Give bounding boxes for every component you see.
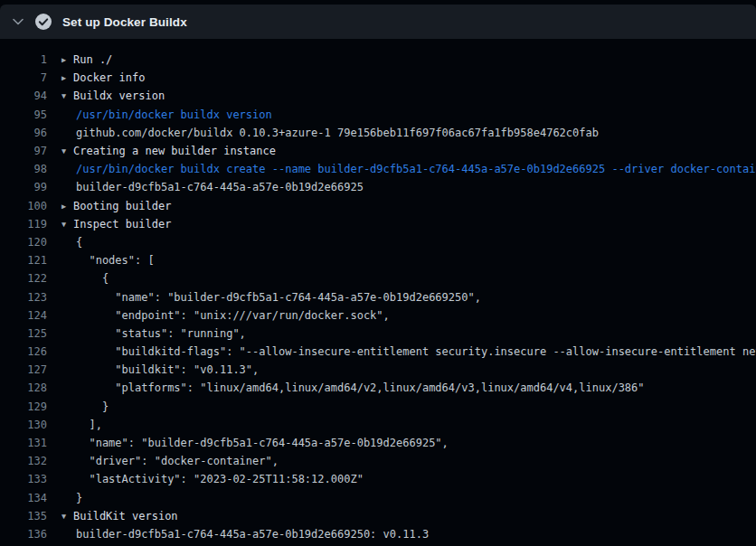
line-text: builder-d9cfb5a1-c764-445a-a57e-0b19d2e6… [76, 528, 429, 541]
line-text: "endpoint": "unix:///var/run/docker.sock… [76, 309, 390, 322]
log-line: 136 builder-d9cfb5a1-c764-445a-a57e-0b19… [0, 525, 756, 543]
check-circle-icon [34, 13, 52, 31]
line-text: { [76, 272, 109, 285]
log-line: 130 ], [0, 416, 756, 434]
line-text: "nodes": [ [76, 254, 155, 267]
line-text: "buildkitd-flags": "--allow-insecure-ent… [76, 345, 756, 358]
line-text: BuildKit version [73, 510, 178, 522]
group-expanded-arrow-icon: ▼ [61, 91, 73, 100]
line-number-link[interactable]: 122 [0, 272, 47, 285]
line-text: builder-d9cfb5a1-c764-445a-a57e-0b19d2e6… [76, 181, 364, 193]
line-text: /usr/bin/docker buildx create --name bui… [76, 163, 756, 175]
log-line[interactable]: 1 ▶Run ./ [0, 51, 756, 69]
line-number-link[interactable]: 7 [0, 71, 47, 84]
log-line: 134 } [0, 489, 756, 507]
log-line: 95 /usr/bin/docker buildx version [0, 106, 756, 124]
line-text: Creating a new builder instance [73, 145, 276, 157]
line-text: /usr/bin/docker buildx version [76, 108, 272, 121]
log-line: 122 { [0, 269, 756, 287]
log-line[interactable]: 100 ▶Booting builder [0, 197, 756, 215]
line-number-link[interactable]: 136 [0, 528, 47, 541]
line-number-link[interactable]: 134 [0, 492, 47, 504]
line-number-link[interactable]: 123 [0, 291, 47, 304]
line-number-link[interactable]: 99 [0, 181, 47, 193]
group-expanded-arrow-icon: ▼ [61, 220, 73, 229]
line-number-link[interactable]: 135 [0, 510, 47, 522]
line-text: "platforms": "linux/amd64,linux/amd64/v2… [76, 381, 645, 394]
group-expanded-arrow-icon: ▼ [61, 146, 73, 155]
line-number-link[interactable]: 119 [0, 218, 47, 231]
log-line: 128 "platforms": "linux/amd64,linux/amd6… [0, 379, 756, 397]
log-line[interactable]: 119 ▼Inspect builder [0, 215, 756, 233]
line-text: Docker info [73, 71, 145, 84]
log-line[interactable]: 97 ▼Creating a new builder instance [0, 142, 756, 160]
log-line: 98 /usr/bin/docker buildx create --name … [0, 160, 756, 178]
line-number-link[interactable]: 131 [0, 437, 47, 449]
log-line: 133 "lastActivity": "2023-02-25T11:58:12… [0, 470, 756, 488]
log-line: 120 { [0, 233, 756, 251]
log-line: 96 github.com/docker/buildx 0.10.3+azure… [0, 124, 756, 142]
log-line: 123 "name": "builder-d9cfb5a1-c764-445a-… [0, 287, 756, 306]
log-line: 124 "endpoint": "unix:///var/run/docker.… [0, 306, 756, 325]
line-text: github.com/docker/buildx 0.10.3+azure-1 … [76, 127, 599, 139]
log-line: 126 "buildkitd-flags": "--allow-insecure… [0, 343, 756, 361]
log-line: 132 "driver": "docker-container", [0, 452, 756, 470]
chevron-down-icon[interactable] [13, 17, 24, 26]
line-number-link[interactable]: 121 [0, 254, 47, 267]
log-line[interactable]: 94 ▼Buildx version [0, 87, 756, 105]
log-line: 129 } [0, 398, 756, 416]
line-text: Inspect builder [73, 218, 171, 231]
group-expanded-arrow-icon: ▼ [61, 512, 73, 521]
line-number-link[interactable]: 130 [0, 419, 47, 431]
line-number-link[interactable]: 96 [0, 127, 47, 139]
line-number-link[interactable]: 132 [0, 455, 47, 467]
line-number-link[interactable]: 128 [0, 381, 47, 394]
line-text: "driver": "docker-container", [76, 455, 279, 467]
line-text: { [76, 236, 82, 249]
line-text: "status": "running", [76, 327, 246, 340]
step-header[interactable]: Set up Docker Buildx [0, 5, 756, 39]
log-line: 131 "name": "builder-d9cfb5a1-c764-445a-… [0, 434, 756, 452]
step-title: Set up Docker Buildx [62, 15, 187, 29]
line-number-link[interactable]: 1 [0, 53, 47, 66]
line-number-link[interactable]: 95 [0, 108, 47, 121]
log-line[interactable]: 135 ▼BuildKit version [0, 507, 756, 525]
log-line: 121 "nodes": [ [0, 251, 756, 269]
log-line: 127 "buildkit": "v0.11.3", [0, 361, 756, 379]
line-text: "lastActivity": "2023-02-25T11:58:12.000… [76, 473, 364, 485]
line-text: } [76, 492, 82, 504]
log-line[interactable]: 7 ▶Docker info [0, 69, 756, 87]
line-text: } [76, 400, 109, 413]
line-text: Buildx version [73, 89, 165, 102]
line-number-link[interactable]: 98 [0, 163, 47, 175]
log-line: 99 builder-d9cfb5a1-c764-445a-a57e-0b19d… [0, 178, 756, 196]
line-number-link[interactable]: 126 [0, 345, 47, 358]
log-console: 1 ▶Run ./ 7 ▶Docker info 94 ▼Buildx vers… [0, 39, 756, 543]
line-text: ], [76, 419, 102, 431]
line-number-link[interactable]: 100 [0, 200, 47, 212]
line-text: Booting builder [73, 200, 171, 212]
group-collapsed-arrow-icon: ▶ [61, 55, 73, 64]
line-number-link[interactable]: 97 [0, 145, 47, 157]
line-text: "name": "builder-d9cfb5a1-c764-445a-a57e… [76, 437, 449, 449]
line-number-link[interactable]: 124 [0, 309, 47, 322]
group-collapsed-arrow-icon: ▶ [61, 202, 73, 211]
line-text: "buildkit": "v0.11.3", [76, 363, 259, 376]
line-number-link[interactable]: 125 [0, 327, 47, 340]
log-line: 125 "status": "running", [0, 325, 756, 343]
line-number-link[interactable]: 120 [0, 236, 47, 249]
group-collapsed-arrow-icon: ▶ [61, 73, 73, 82]
line-text: "name": "builder-d9cfb5a1-c764-445a-a57e… [76, 291, 481, 304]
line-number-link[interactable]: 127 [0, 363, 47, 376]
line-number-link[interactable]: 94 [0, 89, 47, 102]
line-number-link[interactable]: 133 [0, 473, 47, 485]
line-number-link[interactable]: 129 [0, 400, 47, 413]
line-text: Run ./ [73, 53, 112, 66]
